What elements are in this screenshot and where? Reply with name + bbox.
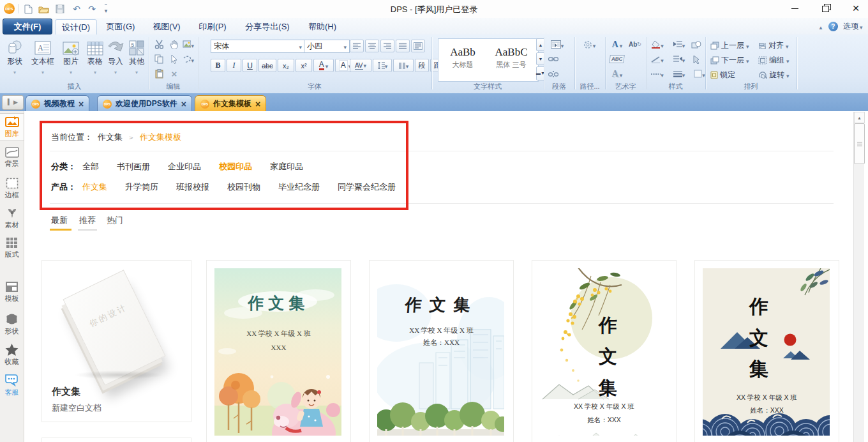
sort-tab-recommended[interactable]: 推荐 bbox=[79, 215, 96, 226]
insert-other-button[interactable]: 5 其他 bbox=[125, 37, 148, 76]
close-button[interactable] bbox=[845, 0, 867, 17]
template-card-blue-waves[interactable]: 作 文 集 XX 学校 X 年级 X 班 姓名：XXX bbox=[694, 260, 839, 442]
sidebar-item-shape[interactable]: 形状 bbox=[0, 313, 24, 336]
dash-style-button[interactable] bbox=[648, 68, 666, 79]
fill-color-button[interactable] bbox=[648, 39, 666, 50]
template-card-next-row-stub[interactable] bbox=[41, 438, 191, 442]
align-center-icon[interactable] bbox=[365, 40, 379, 52]
copy-button[interactable] bbox=[153, 54, 165, 65]
tab-design[interactable]: 设计(D) bbox=[55, 19, 97, 35]
scrollbar-thumb[interactable] bbox=[854, 123, 865, 164]
sort-tab-latest[interactable]: 最新 bbox=[51, 215, 68, 226]
strikethrough-button[interactable]: abc bbox=[258, 59, 276, 72]
line-style-button[interactable] bbox=[648, 54, 666, 65]
format-painter-button[interactable] bbox=[691, 54, 702, 65]
doc-tab-welcome[interactable]: DPS 欢迎使用DPS软件 bbox=[97, 95, 192, 112]
collapse-ribbon-icon[interactable] bbox=[818, 22, 823, 31]
group-button[interactable]: 编组 bbox=[758, 55, 789, 66]
bring-forward-button[interactable]: 上一层 bbox=[710, 40, 749, 51]
import-button[interactable]: 导入 bbox=[103, 37, 128, 76]
path-gear-button[interactable] bbox=[580, 39, 599, 50]
close-tab-icon[interactable] bbox=[255, 99, 260, 109]
italic-button[interactable]: I bbox=[227, 59, 241, 72]
columns-button[interactable] bbox=[393, 59, 414, 72]
lasso-select-button[interactable] bbox=[183, 54, 194, 65]
font-size-select[interactable]: 小四 bbox=[304, 40, 350, 53]
template-card-girl-puppy[interactable]: 作文集 XX 学校 X 年级 X 班 XXX bbox=[206, 260, 351, 442]
lock-button[interactable]: 锁定 bbox=[710, 70, 735, 80]
underline-button[interactable]: U bbox=[243, 59, 257, 72]
text-wrap-button[interactable] bbox=[548, 39, 567, 50]
select-cursor-button[interactable] bbox=[168, 54, 180, 65]
align-right-icon[interactable] bbox=[380, 40, 394, 52]
paragraph-settings-button[interactable]: 段 bbox=[415, 59, 429, 72]
paste-button[interactable] bbox=[153, 68, 165, 79]
insert-shape-button[interactable]: 形状 bbox=[3, 37, 27, 76]
send-backward-button[interactable]: 下一层 bbox=[710, 55, 749, 66]
sidebar-item-material[interactable]: 素材 bbox=[0, 207, 24, 230]
sidebar-item-gallery[interactable]: 图库 bbox=[0, 114, 24, 141]
cut-button[interactable] bbox=[153, 39, 165, 50]
bring-shape-button[interactable] bbox=[691, 39, 702, 50]
align-justify-icon[interactable] bbox=[396, 40, 410, 52]
link-button[interactable] bbox=[548, 54, 559, 65]
doc-tab-essay-template[interactable]: DPS 作文集模板 bbox=[195, 95, 266, 112]
tab-help[interactable]: 帮助(H) bbox=[303, 19, 342, 34]
customize-quick-access-button[interactable] bbox=[100, 3, 112, 15]
save-button[interactable] bbox=[54, 3, 66, 15]
sidebar-item-customer-service[interactable]: 客服 bbox=[0, 374, 24, 397]
unlink-button[interactable] bbox=[548, 68, 559, 79]
indent-right-button[interactable] bbox=[670, 54, 688, 65]
scroll-up-button[interactable] bbox=[854, 112, 865, 123]
rotate-button[interactable]: 旋转 bbox=[758, 70, 789, 80]
text-style-item-heiti[interactable]: AaBbC 黑体 三号 bbox=[488, 40, 534, 76]
tab-share-export[interactable]: 分享导出(S) bbox=[239, 19, 296, 34]
sort-tab-hot[interactable]: 热门 bbox=[107, 215, 123, 226]
open-button[interactable] bbox=[37, 3, 50, 15]
line-weight-button[interactable] bbox=[670, 68, 688, 79]
sidebar-item-border[interactable]: 边框 bbox=[0, 178, 24, 200]
insert-textbox-button[interactable]: A 文本框 bbox=[28, 37, 57, 76]
delete-button[interactable]: × bbox=[168, 68, 180, 79]
new-document-button[interactable] bbox=[22, 3, 34, 15]
line-spacing-button[interactable] bbox=[373, 59, 392, 72]
kerning-button[interactable]: AV bbox=[350, 59, 371, 72]
wordart-style-button[interactable]: ABC bbox=[609, 54, 625, 65]
wordart-color-button[interactable]: A bbox=[609, 39, 625, 50]
sidebar-item-favorites[interactable]: 收藏 bbox=[0, 344, 24, 367]
template-card-osmanthus[interactable]: 作 文 集 XX 学校 X 年级 X 班 姓名：XXX bbox=[532, 260, 677, 442]
restore-button[interactable] bbox=[814, 0, 836, 17]
bold-button[interactable]: B bbox=[211, 59, 225, 72]
tab-print[interactable]: 印刷(P) bbox=[193, 19, 232, 34]
tab-page[interactable]: 页面(G) bbox=[101, 19, 140, 34]
options-button[interactable]: 选项 bbox=[843, 21, 863, 32]
superscript-button[interactable]: x² bbox=[296, 59, 312, 72]
help-icon[interactable]: ? bbox=[828, 22, 838, 31]
close-tab-icon[interactable] bbox=[79, 99, 84, 109]
pan-hand-button[interactable] bbox=[168, 39, 180, 50]
subscript-button[interactable]: x₂ bbox=[278, 59, 294, 72]
tab-view[interactable]: 视图(V) bbox=[147, 19, 186, 34]
font-color-button[interactable]: A bbox=[313, 59, 334, 72]
sidebar-item-layout[interactable]: 版式 bbox=[0, 237, 24, 259]
align-button[interactable]: 对齐 bbox=[758, 40, 789, 51]
doc-tab-video-tutorial[interactable]: DPS 视频教程 bbox=[26, 95, 89, 112]
export-image-button[interactable] bbox=[183, 39, 194, 50]
vertical-scrollbar[interactable] bbox=[853, 112, 864, 442]
wordart-shadow-button[interactable]: A bbox=[609, 68, 625, 79]
font-name-select[interactable]: 宋体 bbox=[211, 40, 305, 53]
template-card-watercolor-city[interactable]: 作文集 XX 学校 X 年级 X 班 姓名：XXX bbox=[369, 260, 514, 442]
template-card-blank[interactable]: 你的设计 作文集 新建空白文档 bbox=[41, 260, 191, 422]
close-tab-icon[interactable] bbox=[181, 99, 186, 109]
indent-left-button[interactable] bbox=[670, 39, 688, 50]
insert-picture-button[interactable]: 图片 bbox=[59, 37, 83, 76]
file-menu-button[interactable]: 文件(F) bbox=[3, 19, 52, 34]
text-direction-button[interactable]: Ab↻ bbox=[628, 39, 642, 50]
card-subtitle[interactable]: 新建空白文档 bbox=[52, 402, 101, 414]
redo-button[interactable]: ↷ bbox=[86, 3, 98, 15]
align-left-icon[interactable] bbox=[350, 40, 364, 52]
undo-button[interactable]: ↶ bbox=[70, 3, 83, 15]
align-distribute-icon[interactable] bbox=[411, 40, 425, 52]
text-style-item-title[interactable]: AaBb 大标题 bbox=[440, 40, 486, 76]
sidebar-item-template[interactable]: 模板 bbox=[0, 281, 24, 303]
